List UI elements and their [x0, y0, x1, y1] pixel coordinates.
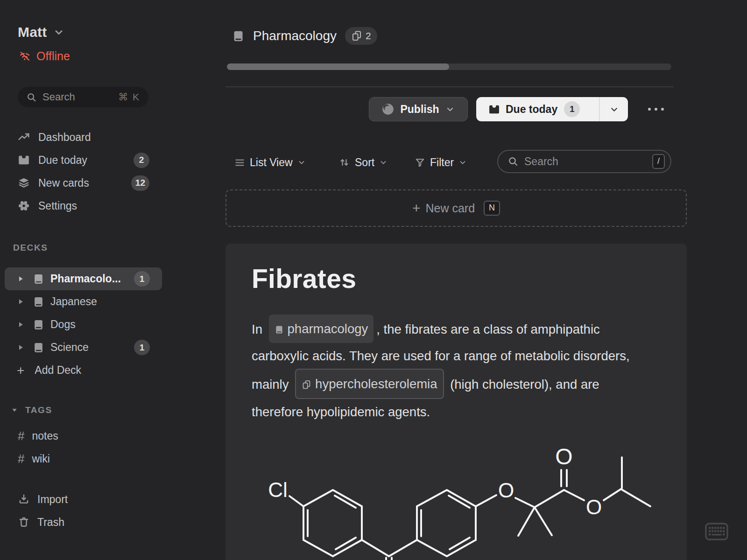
sidebar-item-label: Due today [38, 154, 125, 167]
account-menu[interactable]: Matt [18, 24, 64, 40]
funnel-icon [415, 157, 425, 168]
globe-icon [382, 103, 394, 115]
triangle-right-icon[interactable] [17, 321, 25, 329]
triangle-right-icon[interactable] [17, 298, 25, 306]
tag-label: notes [32, 430, 58, 442]
keyboard-shortcuts-button[interactable] [705, 523, 728, 540]
deck-label: Science [50, 341, 128, 354]
sidebar-item-label: Settings [38, 200, 149, 212]
card-title: Fibrates [252, 263, 356, 294]
deck-card-count: 2 [366, 30, 371, 42]
book-icon [33, 342, 44, 354]
book-icon [232, 29, 245, 43]
sidebar-deck-dogs[interactable]: Dogs [5, 313, 162, 336]
sort-dropdown[interactable]: Sort [339, 153, 388, 172]
sidebar-item-settings[interactable]: Settings [18, 196, 149, 216]
chevron-down-icon [445, 105, 455, 114]
tags-section-toggle[interactable]: TAGS [10, 405, 52, 415]
sidebar-deck-pharmacology[interactable]: Pharmacolo... 1 [5, 267, 162, 290]
deck-label: Japanese [50, 295, 150, 308]
publish-label: Publish [400, 103, 439, 116]
deck-header: Pharmacology 2 [232, 27, 377, 45]
sidebar-item-new-cards[interactable]: New cards 12 [18, 173, 149, 193]
due-today-menu-button[interactable] [600, 97, 628, 121]
new-card-shortcut-key: N [484, 201, 500, 215]
new-card-label: New card [425, 202, 475, 215]
publish-button[interactable]: Publish [369, 97, 468, 121]
view-mode-label: List View [250, 156, 293, 169]
view-mode-dropdown[interactable]: List View [234, 153, 306, 172]
sort-label: Sort [355, 156, 374, 169]
deck-title: Pharmacology [253, 28, 337, 43]
deck-count-badge: 1 [134, 271, 150, 287]
sidebar-deck-science[interactable]: Science 1 [5, 336, 162, 359]
deck-label: Dogs [50, 318, 150, 331]
triangle-right-icon[interactable] [17, 343, 25, 351]
gear-icon [18, 200, 30, 212]
hash-icon: # [18, 429, 24, 443]
card-link-hypercholesterolemia[interactable]: hypercholesterolemia [295, 369, 444, 399]
plus-icon: + [412, 201, 421, 215]
inbox-icon [488, 104, 500, 115]
card-link-label: hypercholesterolemia [315, 371, 437, 397]
card-fibrates[interactable]: Fibrates In pharmacology, the fibrates a… [226, 244, 687, 560]
sidebar-tag-notes[interactable]: # notes [18, 426, 58, 446]
divider [226, 86, 674, 87]
due-today-count-badge: 2 [134, 153, 149, 168]
sidebar-item-label: Dashboard [38, 131, 149, 144]
filter-dropdown[interactable]: Filter [415, 153, 467, 172]
deck-link-pharmacology[interactable]: pharmacology [269, 315, 374, 343]
sidebar-search-input[interactable]: Search ⌘ K [18, 87, 148, 107]
cards-icon [302, 379, 311, 389]
add-deck-label: Add Deck [35, 364, 150, 377]
inbox-icon [18, 154, 30, 166]
layers-icon [18, 177, 30, 189]
tag-label: wiki [32, 453, 49, 465]
chevron-down-icon [297, 158, 306, 167]
book-icon [33, 273, 44, 285]
chevron-down-icon [379, 158, 388, 167]
card-search-input[interactable]: Search / [497, 150, 671, 173]
deck-progress-fill [227, 63, 449, 70]
trending-up-icon [18, 131, 30, 143]
keyboard-icon [705, 523, 728, 540]
book-icon [275, 324, 284, 334]
main-panel: Pharmacology 2 Publish [226, 0, 688, 560]
tags-section-header: TAGS [25, 405, 52, 415]
deck-link-label: pharmacology [288, 316, 368, 342]
atom-label-cl: Cl [268, 478, 288, 501]
hash-icon: # [18, 452, 24, 466]
triangle-right-icon[interactable] [17, 275, 25, 283]
import-icon [18, 493, 30, 505]
book-icon [33, 319, 44, 331]
card-body: In pharmacology, the fibrates are a clas… [252, 315, 654, 425]
new-cards-count-badge: 12 [131, 175, 149, 191]
chemical-structure-image: Cl O O O [226, 430, 687, 560]
decks-section-header: DECKS [13, 243, 48, 253]
deck-card-count-badge: 2 [345, 27, 377, 45]
new-card-button[interactable]: + New card N [226, 189, 687, 227]
chevron-down-icon [458, 158, 467, 167]
trash-button[interactable]: Trash [18, 512, 64, 532]
sidebar: Matt Offline [0, 0, 212, 560]
book-icon [33, 296, 44, 308]
ellipsis-icon [647, 106, 665, 112]
sidebar-tag-wiki[interactable]: # wiki [18, 448, 50, 469]
plus-icon: + [17, 364, 24, 377]
deck-label: Pharmacolo... [50, 273, 128, 285]
sidebar-item-due-today[interactable]: Due today 2 [18, 150, 149, 170]
study-due-today-button[interactable]: Due today 1 [476, 97, 599, 121]
sidebar-deck-japanese[interactable]: Japanese [5, 290, 162, 313]
sort-arrows-icon [339, 157, 350, 168]
add-deck-button[interactable]: + Add Deck [5, 359, 162, 382]
due-today-label: Due today [506, 103, 557, 116]
triangle-down-icon [10, 406, 19, 414]
trash-label: Trash [37, 516, 64, 529]
import-button[interactable]: Import [18, 489, 68, 510]
search-shortcut-key: / [652, 154, 665, 168]
filter-label: Filter [430, 156, 454, 169]
more-options-button[interactable] [645, 102, 667, 117]
sidebar-search-shortcut: ⌘ K [118, 91, 140, 103]
import-label: Import [37, 493, 68, 506]
sidebar-item-dashboard[interactable]: Dashboard [18, 127, 149, 147]
